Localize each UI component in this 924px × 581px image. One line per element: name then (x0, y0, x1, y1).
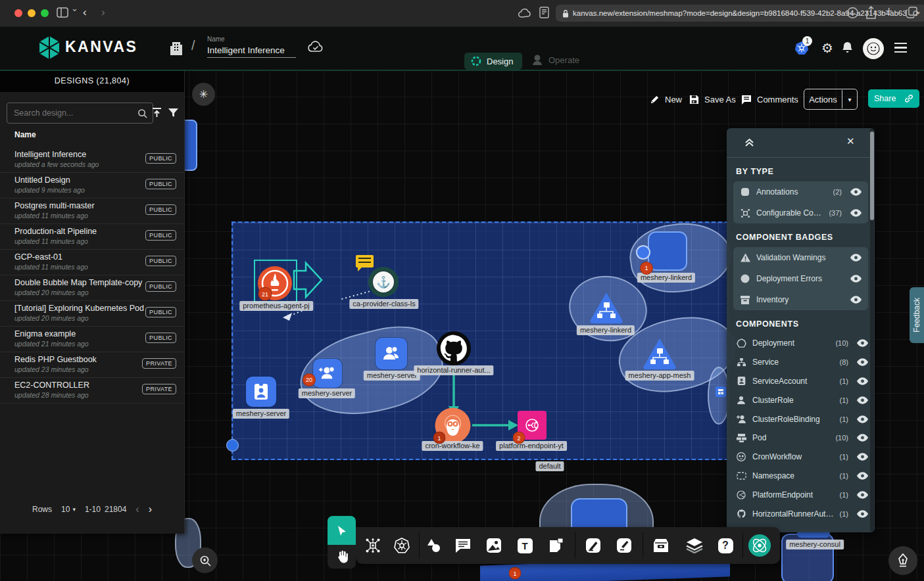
forward-button[interactable]: › (101, 6, 105, 19)
meshery-shapes-button[interactable] (748, 534, 771, 557)
visibility-eye-icon[interactable] (850, 275, 862, 283)
new-button[interactable]: New (650, 91, 682, 108)
node-meshery-app-mesh[interactable] (641, 337, 678, 371)
node-label[interactable]: meshery-app-mesh (625, 371, 694, 381)
node-label[interactable]: meshery-server (364, 371, 420, 381)
node-meshery-linkerd-2[interactable] (588, 290, 625, 325)
badge-row-deployment-errors[interactable]: Deployment Errors (733, 268, 868, 289)
component-row-clusterrolebinding[interactable]: ClusterRoleBinding (1) (727, 409, 875, 429)
sticky-note-tool[interactable] (544, 534, 568, 557)
visibility-eye-icon[interactable] (857, 510, 868, 518)
actions-button[interactable]: Actions ▾ (804, 89, 858, 110)
feedback-tab[interactable]: Feedback (910, 287, 924, 343)
annotation-note-icon[interactable] (356, 255, 374, 267)
visibility-eye-icon[interactable] (857, 415, 868, 423)
sidebar-chevron-icon[interactable]: ⌄ (71, 3, 78, 13)
new-tab-icon[interactable]: + (885, 4, 892, 18)
component-row-deployment[interactable]: Deployment (10) (727, 334, 875, 353)
visibility-eye-icon[interactable] (857, 339, 868, 347)
by-type-row-annotations[interactable]: Annotations (2) (733, 181, 868, 202)
component-row-pod[interactable]: Pod (10) (727, 429, 875, 448)
downloads-icon[interactable] (847, 7, 858, 18)
pen-tool[interactable] (581, 534, 605, 557)
organization-icon[interactable] (170, 39, 183, 55)
whiteboard-pen-button[interactable] (888, 546, 917, 575)
visibility-eye-icon[interactable] (850, 296, 862, 304)
node-label[interactable]: meshery-consul (786, 540, 844, 549)
design-search-box[interactable] (7, 103, 153, 124)
next-page-button[interactable]: › (149, 503, 152, 515)
visibility-eye-icon[interactable] (850, 188, 862, 196)
design-row[interactable]: Intelligent Inferenceupdated a few secon… (0, 147, 184, 173)
node-meshery-server-1[interactable] (376, 338, 407, 369)
reader-view-icon[interactable] (539, 7, 549, 18)
component-row-cronworkflow[interactable]: CronWorkflow (1) (727, 448, 875, 467)
help-tool[interactable]: ? (714, 534, 737, 557)
comments-button[interactable]: Comments (741, 91, 798, 108)
layers-tool[interactable] (683, 534, 706, 557)
component-row-serviceaccount[interactable]: ServiceAccount (1) (727, 372, 875, 391)
node-label[interactable]: cron-workflow-ke (422, 441, 483, 451)
upload-design-icon[interactable] (151, 107, 162, 118)
rows-per-page-select[interactable]: 10 ▾ (61, 505, 76, 514)
zoom-in-button[interactable] (192, 547, 218, 573)
kanvas-components-tool[interactable] (361, 534, 385, 557)
filter-icon[interactable] (168, 107, 179, 118)
drawer-tool[interactable] (649, 534, 673, 557)
by-type-row-configurable[interactable]: Configurable Components (37) (733, 202, 868, 223)
column-header-name[interactable]: Name (14, 130, 36, 139)
node-horizontal-runner[interactable] (437, 331, 471, 365)
design-row[interactable]: Postgres multi-masterupdated 11 minutes … (0, 198, 184, 224)
search-input[interactable] (12, 108, 137, 118)
window-minimize-button[interactable] (28, 9, 36, 17)
visibility-eye-icon[interactable] (857, 396, 868, 404)
user-avatar[interactable] (863, 38, 884, 59)
share-page-icon[interactable] (866, 6, 876, 19)
select-tool-button[interactable] (328, 516, 356, 545)
settings-gear-icon[interactable]: ⚙ (821, 40, 833, 56)
node-meshery-server-3[interactable] (246, 377, 276, 407)
close-panel-icon[interactable]: ✕ (846, 135, 855, 147)
freeze-layout-button[interactable]: ✳ (192, 83, 215, 106)
design-row[interactable]: Double Bubble Map Template-copyupdated 2… (0, 275, 184, 301)
node-label[interactable]: ca-provider-class-ls (349, 299, 418, 309)
visibility-eye-icon[interactable] (850, 254, 862, 262)
node-label[interactable]: prometheus-agent-pj (239, 301, 313, 311)
design-row[interactable]: Untitled Designupdated 9 minutes agoPUBL… (0, 172, 184, 198)
environment-button[interactable]: 1 (794, 41, 809, 55)
image-tool[interactable] (482, 534, 506, 557)
window-zoom-button[interactable] (41, 9, 49, 17)
comment-tool[interactable] (451, 534, 475, 557)
caret-down-icon[interactable]: ▾ (842, 96, 857, 103)
panel-scrollbar-thumb[interactable] (870, 131, 874, 220)
design-row[interactable]: GCP-east-01updated 11 minutes agoPUBLIC (0, 249, 184, 275)
design-row[interactable]: Redis PHP Guestbookupdated 23 minutes ag… (0, 352, 184, 378)
design-name-input[interactable] (207, 45, 296, 58)
shapes-tool[interactable] (422, 534, 445, 557)
tab-design[interactable]: Design (464, 53, 522, 70)
back-button[interactable]: ‹ (83, 6, 87, 19)
hamburger-menu-icon[interactable] (894, 43, 907, 53)
namespace-label[interactable]: default (535, 461, 564, 471)
selection-handle[interactable] (226, 439, 239, 452)
kubernetes-tool[interactable] (390, 534, 414, 557)
design-row[interactable]: Enigma exampleupdated 21 minutes agoPUBL… (0, 326, 184, 352)
visibility-eye-icon[interactable] (857, 434, 868, 442)
visibility-eye-icon[interactable] (850, 209, 862, 217)
node-label[interactable]: meshery-server (299, 388, 355, 398)
design-row[interactable]: [Tutorial] Exploring Kubernetes Podupdat… (0, 300, 184, 327)
share-button[interactable]: Share (868, 89, 919, 108)
visibility-eye-icon[interactable] (857, 453, 868, 461)
collapse-all-icon[interactable] (744, 137, 755, 148)
node-ca-provider[interactable]: ⚓ (368, 267, 399, 297)
design-row[interactable]: Production-alt Pipelineupdated 11 minute… (0, 223, 184, 250)
node-meshery-server-2[interactable] (313, 359, 342, 388)
visibility-eye-icon[interactable] (857, 358, 868, 366)
pan-tool-button[interactable] (328, 545, 356, 569)
node-label[interactable]: platform-endpoint-yt (496, 441, 567, 451)
window-close-button[interactable] (14, 9, 22, 17)
visibility-eye-icon[interactable] (857, 472, 868, 480)
search-icon[interactable] (137, 108, 147, 118)
freehand-draw-tool[interactable] (612, 534, 636, 557)
save-as-button[interactable]: Save As (689, 91, 736, 108)
